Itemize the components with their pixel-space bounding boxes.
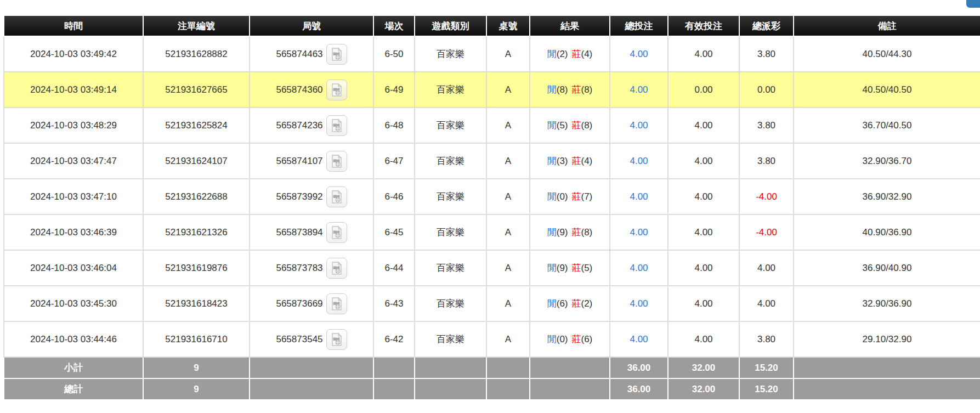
round-number: 565873992 [276, 191, 322, 202]
table-row[interactable]: 2024-10-03 03:47:10 521931622688 5658739… [4, 179, 980, 214]
cell-valid-bet: 4.00 [668, 286, 739, 321]
table-footer-row: 小計 9 36.00 32.00 15.20 [4, 357, 980, 378]
cell-remark: 32.90/36.90 [794, 286, 980, 321]
video-replay-button[interactable] [326, 186, 347, 207]
footer-total-payout: 15.20 [739, 378, 794, 400]
banker-score: (8) [581, 120, 593, 131]
cell-time: 2024-10-03 03:49:14 [4, 72, 143, 108]
cell-round-id: 565874360 [250, 72, 373, 108]
cell-bet-id: 521931627665 [143, 72, 250, 108]
cell-result: 閒(6)莊(2) [530, 286, 610, 321]
round-number: 565873545 [276, 334, 322, 345]
cell-table-no: A [486, 250, 530, 286]
cell-valid-bet: 4.00 [668, 36, 739, 72]
footer-total-bet: 36.00 [610, 378, 668, 400]
video-replay-button[interactable] [326, 258, 347, 279]
column-header-remark: 備註 [794, 15, 980, 36]
cell-total-bet: 4.00 [610, 72, 668, 108]
video-replay-button[interactable] [326, 293, 347, 314]
footer-total-bet: 36.00 [610, 357, 668, 378]
cell-total-bet: 4.00 [610, 214, 668, 250]
player-score: (9) [557, 263, 568, 273]
cell-result: 閒(0)莊(6) [530, 321, 610, 357]
footer-empty-session [373, 378, 415, 400]
cell-bet-id: 521931622688 [143, 179, 250, 214]
video-replay-button[interactable] [326, 80, 347, 100]
cell-valid-bet: 4.00 [668, 179, 739, 214]
banker-score: (7) [581, 191, 593, 202]
cell-bet-id: 521931628882 [143, 36, 250, 72]
cell-game-type: 百家樂 [415, 72, 486, 108]
cell-time: 2024-10-03 03:45:30 [4, 286, 143, 321]
table-row[interactable]: 2024-10-03 03:49:14 521931627665 5658743… [4, 72, 980, 108]
cell-remark: 40.50/44.30 [794, 36, 980, 72]
video-replay-button[interactable] [326, 115, 347, 136]
table-row[interactable]: 2024-10-03 03:47:47 521931624107 5658741… [4, 143, 980, 179]
footer-label: 小計 [4, 357, 143, 378]
footer-remark [794, 378, 980, 400]
table-row[interactable]: 2024-10-03 03:44:46 521931616710 5658735… [4, 321, 980, 357]
player-label: 閒 [547, 227, 557, 237]
cell-remark: 36.90/40.90 [794, 250, 980, 286]
cell-total-bet: 4.00 [610, 286, 668, 321]
table-header-row: 時間注單編號局號場次遊戲類別桌號結果總投注有效投注總派彩備註 [4, 15, 980, 36]
cell-game-type: 百家樂 [415, 286, 486, 321]
cell-table-no: A [486, 179, 530, 214]
footer-valid-bet: 32.00 [668, 357, 739, 378]
video-file-icon [330, 83, 344, 97]
video-replay-button[interactable] [326, 151, 347, 172]
cell-total-payout: 3.80 [739, 321, 794, 357]
cell-round-id: 565874107 [250, 143, 373, 179]
video-file-icon [330, 118, 344, 133]
cell-remark: 36.70/40.50 [794, 108, 980, 143]
cell-result: 閒(5)莊(8) [530, 108, 610, 143]
cell-remark: 40.50/40.50 [794, 72, 980, 108]
column-header-game_type: 遊戲類別 [415, 15, 486, 36]
column-header-result: 結果 [530, 15, 610, 36]
cell-bet-id: 521931619876 [143, 250, 250, 286]
cell-time: 2024-10-03 03:46:39 [4, 214, 143, 250]
cell-valid-bet: 4.00 [668, 250, 739, 286]
cell-round-id: 565874236 [250, 108, 373, 143]
table-row[interactable]: 2024-10-03 03:46:39 521931621326 5658738… [4, 214, 980, 250]
banker-label: 莊 [572, 49, 581, 59]
cell-session: 6-50 [373, 36, 415, 72]
player-score: (3) [557, 156, 568, 166]
cell-bet-id: 521931625824 [143, 108, 250, 143]
cell-total-payout: 4.00 [739, 286, 794, 321]
corner-button[interactable] [966, 0, 980, 8]
video-replay-button[interactable] [326, 44, 347, 65]
round-number: 565874360 [276, 84, 322, 95]
cell-time: 2024-10-03 03:44:46 [4, 321, 143, 357]
table-row[interactable]: 2024-10-03 03:48:29 521931625824 5658742… [4, 108, 980, 143]
player-label: 閒 [547, 298, 557, 309]
cell-total-bet: 4.00 [610, 179, 668, 214]
banker-label: 莊 [572, 191, 581, 202]
banker-label: 莊 [572, 120, 581, 131]
footer-count: 9 [143, 357, 250, 378]
table-row[interactable]: 2024-10-03 03:45:30 521931618423 5658736… [4, 286, 980, 321]
video-replay-button[interactable] [326, 329, 347, 350]
player-label: 閒 [547, 191, 557, 202]
cell-bet-id: 521931621326 [143, 214, 250, 250]
video-file-icon [330, 332, 344, 347]
column-header-session: 場次 [373, 15, 415, 36]
table-footer: 小計 9 36.00 32.00 15.20 總計 9 36.00 32.00 … [4, 357, 980, 400]
banker-label: 莊 [572, 84, 581, 95]
footer-remark [794, 357, 980, 378]
cell-table-no: A [486, 143, 530, 179]
banker-score: (4) [581, 156, 593, 166]
table-header: 時間注單編號局號場次遊戲類別桌號結果總投注有效投注總派彩備註 [4, 15, 980, 36]
cell-remark: 29.10/32.90 [794, 321, 980, 357]
cell-valid-bet: 0.00 [668, 72, 739, 108]
round-number: 565874236 [276, 120, 322, 131]
table-row[interactable]: 2024-10-03 03:46:04 521931619876 5658737… [4, 250, 980, 286]
video-replay-button[interactable] [326, 222, 347, 243]
table-row[interactable]: 2024-10-03 03:49:42 521931628882 5658744… [4, 36, 980, 72]
cell-game-type: 百家樂 [415, 214, 486, 250]
cell-valid-bet: 4.00 [668, 214, 739, 250]
cell-valid-bet: 4.00 [668, 321, 739, 357]
cell-game-type: 百家樂 [415, 179, 486, 214]
cell-session: 6-47 [373, 143, 415, 179]
player-score: (8) [557, 84, 568, 95]
